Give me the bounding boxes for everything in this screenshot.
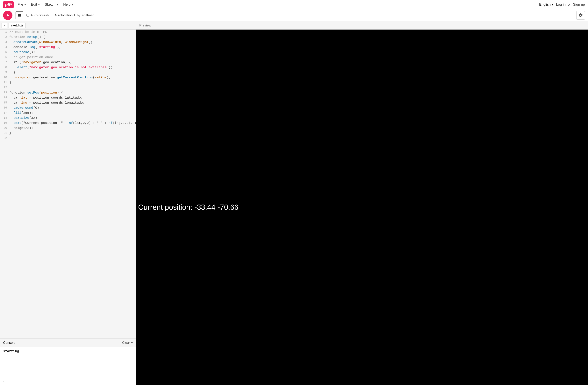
line-number: 17: [0, 110, 9, 116]
console-output: starting: [0, 347, 136, 378]
line-number: 12: [0, 85, 9, 90]
code-line-10: 10 navigator.geolocation.getCurrentPosit…: [0, 75, 136, 80]
code-line-3: 3 createCanvas(windowWidth, windowHeight…: [0, 40, 136, 45]
auth-links: Log in or Sign up: [556, 2, 585, 7]
line-content[interactable]: var lat = position.coords.latitude;: [9, 95, 136, 100]
line-number: 14: [0, 95, 9, 100]
console-header: Console Clear ▾: [0, 339, 136, 347]
line-number: 7: [0, 60, 9, 65]
line-number: 22: [0, 136, 9, 141]
code-line-1: 1// must be in HTTPS: [0, 30, 136, 35]
signup-link[interactable]: Sign up: [573, 2, 585, 6]
console-panel: Console Clear ▾ starting ›: [0, 338, 136, 385]
line-content[interactable]: text("Current position: " + nf(lat,2,2) …: [9, 121, 136, 126]
line-content[interactable]: }: [9, 131, 136, 136]
line-content[interactable]: noStroke();: [9, 50, 136, 55]
file-tabs: sketch.js: [0, 21, 136, 30]
code-line-9: 9 }: [0, 70, 136, 75]
line-number: 1: [0, 30, 9, 35]
code-line-20: 20 height/2);: [0, 126, 136, 131]
code-line-14: 14 var lat = position.coords.latitude;: [0, 95, 136, 100]
login-link[interactable]: Log in: [556, 2, 566, 6]
line-content[interactable]: fill(255);: [9, 110, 136, 116]
nav-right: English ▼ Log in or Sign up: [539, 2, 585, 7]
nav-file[interactable]: File ▼: [18, 2, 26, 7]
line-number: 8: [0, 65, 9, 70]
tab-collapse-arrow[interactable]: [1, 23, 7, 28]
sketch-chevron-icon: ▼: [56, 3, 59, 6]
line-content[interactable]: alert("navigator.geolocation is not avai…: [9, 65, 136, 70]
code-line-6: 6 // get position once: [0, 55, 136, 60]
line-content[interactable]: var lng = position.coords.longitude;: [9, 100, 136, 105]
p5-logo[interactable]: p5*: [3, 1, 14, 8]
code-line-8: 8 alert("navigator.geolocation is not av…: [0, 65, 136, 70]
line-content[interactable]: // must be in HTTPS: [9, 30, 136, 35]
line-content[interactable]: // get position once: [9, 55, 136, 60]
svg-marker-0: [7, 14, 9, 17]
line-number: 5: [0, 50, 9, 55]
line-content[interactable]: function setPos(position) {: [9, 90, 136, 95]
sketch-title-area: Geolocation 1 by shiffman: [55, 13, 95, 17]
line-number: 16: [0, 105, 9, 110]
chevron-down-icon: ▾: [131, 341, 133, 345]
svg-marker-2: [4, 25, 5, 26]
line-content[interactable]: console.log('starting');: [9, 45, 136, 50]
file-chevron-icon: ▼: [24, 3, 26, 6]
line-number: 18: [0, 116, 9, 121]
lang-chevron-icon: ▼: [551, 3, 554, 6]
line-number: 3: [0, 40, 9, 45]
edit-chevron-icon: ▼: [38, 3, 40, 6]
top-nav: p5* File ▼ Edit ▼ Sketch ▼ Help ▼ Englis…: [0, 0, 588, 9]
line-number: 20: [0, 126, 9, 131]
settings-button[interactable]: [576, 11, 585, 20]
line-number: 6: [0, 55, 9, 60]
line-content[interactable]: }: [9, 70, 136, 75]
preview-label: Preview: [139, 23, 151, 27]
sketch-author: shiffman: [82, 13, 94, 17]
line-content[interactable]: height/2);: [9, 126, 136, 131]
line-content[interactable]: createCanvas(windowWidth, windowHeight);: [9, 40, 136, 45]
sketch-js-tab[interactable]: sketch.js: [9, 23, 26, 28]
line-content[interactable]: navigator.geolocation.getCurrentPosition…: [9, 75, 136, 80]
line-number: 9: [0, 70, 9, 75]
play-button[interactable]: [3, 11, 12, 20]
line-content[interactable]: background(0);: [9, 105, 136, 110]
preview-panel: Preview Current position: -33.44 -70.66: [136, 21, 588, 385]
console-input-row: ›: [0, 378, 136, 385]
line-content[interactable]: if (!navigator.geolocation) {: [9, 60, 136, 65]
console-input[interactable]: [6, 380, 133, 384]
line-number: 4: [0, 45, 9, 50]
preview-header: Preview: [136, 21, 588, 30]
code-line-19: 19 text("Current position: " + nf(lat,2,…: [0, 121, 136, 126]
code-line-5: 5 noStroke();: [0, 50, 136, 55]
console-title: Console: [3, 341, 122, 345]
code-line-17: 17 fill(255);: [0, 110, 136, 116]
stop-button[interactable]: [16, 11, 23, 19]
preview-canvas: Current position: -33.44 -70.66: [136, 30, 588, 385]
nav-edit[interactable]: Edit ▼: [31, 2, 40, 7]
language-selector[interactable]: English ▼: [539, 2, 554, 7]
auto-refresh-toggle[interactable]: Auto-refresh: [26, 13, 49, 17]
code-line-11: 11}: [0, 80, 136, 85]
line-content[interactable]: }: [9, 80, 136, 85]
code-line-22: 22: [0, 136, 136, 141]
code-line-7: 7 if (!navigator.geolocation) {: [0, 60, 136, 65]
console-prompt-icon: ›: [3, 380, 4, 384]
code-line-16: 16 background(0);: [0, 105, 136, 110]
nav-sketch[interactable]: Sketch ▼: [45, 2, 59, 7]
line-content[interactable]: function setup() {: [9, 35, 136, 40]
line-number: 15: [0, 100, 9, 105]
line-number: 10: [0, 75, 9, 80]
line-content[interactable]: textSize(32);: [9, 116, 136, 121]
code-line-21: 21}: [0, 131, 136, 136]
editor-panel: sketch.js 1// must be in HTTPS2function …: [0, 21, 136, 385]
clear-console-button[interactable]: Clear ▾: [122, 341, 133, 345]
code-editor[interactable]: 1// must be in HTTPS2function setup() {3…: [0, 30, 136, 338]
line-number: 11: [0, 80, 9, 85]
svg-rect-1: [18, 14, 21, 17]
nav-help[interactable]: Help ▼: [63, 2, 74, 7]
line-number: 2: [0, 35, 9, 40]
help-chevron-icon: ▼: [71, 3, 74, 6]
code-line-18: 18 textSize(32);: [0, 116, 136, 121]
auto-refresh-checkbox[interactable]: [26, 14, 29, 17]
